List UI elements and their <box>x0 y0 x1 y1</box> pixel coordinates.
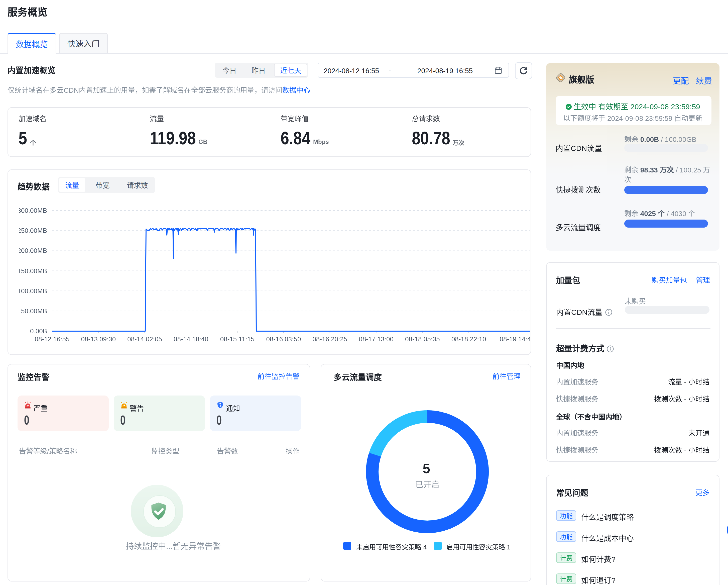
svg-text:08-13 09:30: 08-13 09:30 <box>81 335 116 343</box>
svg-text:08-17 13:00: 08-17 13:00 <box>359 335 394 343</box>
svg-text:150.00MB: 150.00MB <box>17 267 47 275</box>
svg-text:08-18 22:10: 08-18 22:10 <box>451 335 486 343</box>
svg-text:300.00MB: 300.00MB <box>17 207 47 214</box>
svg-text:50.00MB: 50.00MB <box>21 307 47 315</box>
svg-text:08-14 02:05: 08-14 02:05 <box>127 335 162 343</box>
svg-text:250.00MB: 250.00MB <box>17 227 47 234</box>
svg-text:100.00MB: 100.00MB <box>17 287 47 295</box>
svg-text:08-18 05:35: 08-18 05:35 <box>405 335 440 343</box>
svg-text:200.00MB: 200.00MB <box>17 247 47 254</box>
svg-text:08-14 18:40: 08-14 18:40 <box>174 335 208 343</box>
svg-text:08-19 14:45: 08-19 14:45 <box>500 335 530 343</box>
svg-text:08-16 20:25: 08-16 20:25 <box>312 335 347 343</box>
svg-text:08-15 11:15: 08-15 11:15 <box>220 335 255 343</box>
svg-text:08-16 03:50: 08-16 03:50 <box>266 335 301 343</box>
svg-text:0.00B: 0.00B <box>30 327 47 335</box>
svg-text:08-12 16:55: 08-12 16:55 <box>35 335 70 343</box>
